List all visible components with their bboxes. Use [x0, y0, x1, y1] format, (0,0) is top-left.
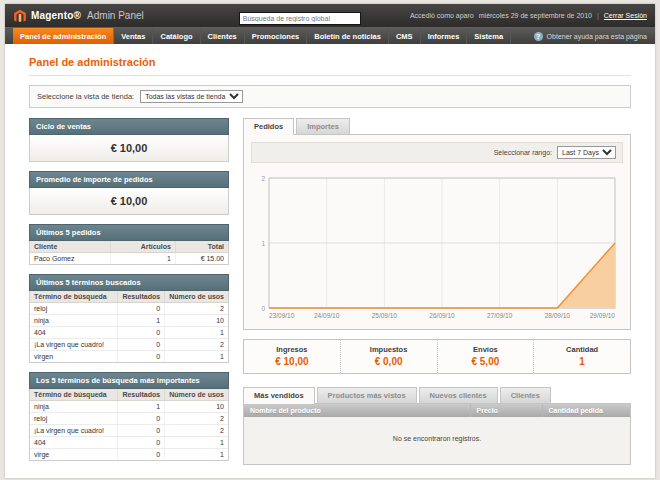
table-cell: ¡La virgen que cuadro! [30, 425, 118, 437]
column-header: Término de búsqueda [30, 389, 118, 401]
total-envios: Envíos € 5,00 [437, 340, 534, 373]
range-select[interactable]: Last 7 Days [557, 146, 616, 159]
nav-item-sistema[interactable]: Sistema [467, 28, 511, 44]
lifetime-sales-title: Ciclo de ventas [29, 118, 229, 135]
last-orders-table-wrap: Cliente Artículos Total Paco Gomez1€ 15.… [29, 241, 229, 265]
table-row[interactable]: 40401 [30, 327, 228, 339]
column-header: Número de usos [165, 291, 228, 303]
total-cantidad: Cantidad 1 [533, 340, 630, 373]
svg-text:28/09/10: 28/09/10 [545, 312, 571, 319]
table-cell: virge [30, 449, 118, 461]
svg-text:26/09/10: 26/09/10 [429, 312, 455, 319]
page-help-link[interactable]: ? Obtener ayuda para esta página [534, 28, 647, 44]
logout-link[interactable]: Cerrar Sesión [604, 12, 647, 19]
table-row[interactable]: 40401 [30, 437, 228, 449]
table-cell: 2 [165, 303, 228, 315]
table-row[interactable]: reloj02 [30, 413, 228, 425]
svg-text:2: 2 [261, 175, 265, 182]
average-orders-panel: Promedio de importe de pedidos € 10,00 [29, 171, 229, 215]
tab-clientes[interactable]: Clientes [500, 387, 551, 403]
header-date: miércoles 29 de septiembre de 2010 [479, 12, 592, 19]
separator: | [597, 12, 599, 19]
svg-text:0: 0 [261, 305, 265, 312]
last-orders-title: Últimos 5 pedidos [29, 224, 229, 241]
lifetime-sales-value: € 10,00 [29, 135, 229, 162]
nav-item-promociones[interactable]: Promociones [245, 28, 308, 44]
table-row[interactable]: ¡La virgen que cuadro!02 [30, 425, 228, 437]
table-cell: 2 [165, 425, 228, 437]
global-search-input[interactable] [239, 12, 361, 25]
help-icon: ? [534, 32, 543, 41]
nav-item-dashboard[interactable]: Panel de administración [13, 28, 114, 44]
brand-suffix: Admin Panel [87, 10, 144, 21]
content-area: Panel de administración Seleccione la vi… [5, 44, 655, 478]
table-row[interactable]: ¡La virgen que cuadro!02 [30, 339, 228, 351]
tab-nuevos-clientes[interactable]: Nuevos clientes [419, 387, 498, 403]
average-orders-value: € 10,00 [29, 188, 229, 215]
total-impuestos: Impuestos € 0,00 [340, 340, 437, 373]
tab-pedidos[interactable]: Pedidos [243, 118, 294, 135]
help-label: Obtener ayuda para esta página [547, 33, 647, 40]
nav-item-ventas[interactable]: Ventas [114, 28, 153, 44]
column-header: Número de usos [165, 389, 228, 401]
table-cell: 1 [165, 351, 228, 363]
table-cell: 404 [30, 437, 118, 449]
totals-bar: Ingresos € 10,00 Impuestos € 0,00 Envíos… [243, 339, 631, 374]
table-cell: 1 [165, 437, 228, 449]
magento-brand: Magento® Admin Panel [13, 9, 144, 23]
table-row[interactable]: virge01 [30, 449, 228, 461]
column-header: Cantidad pedida [542, 404, 630, 417]
table-cell: 1 [111, 253, 176, 265]
table-cell: ¡La virgen que cuadro! [30, 339, 118, 351]
table-cell: 1 [118, 401, 165, 413]
table-header-row: Término de búsqueda Resultados Número de… [30, 389, 228, 401]
top-search-terms-title: Los 5 términos de búsqueda más important… [29, 372, 229, 389]
tab-importes[interactable]: Importes [296, 118, 350, 134]
top-search-table-wrap: Término de búsqueda Resultados Número de… [29, 389, 229, 461]
table-row[interactable]: ninja110 [30, 315, 228, 327]
table-cell: 0 [118, 449, 165, 461]
nav-item-cms[interactable]: CMS [389, 28, 421, 44]
column-header: Nombre del producto [244, 404, 470, 417]
table-row[interactable]: virgen01 [30, 351, 228, 363]
table-cell: 0 [118, 303, 165, 315]
table-cell: 0 [118, 437, 165, 449]
lifetime-sales-panel: Ciclo de ventas € 10,00 [29, 118, 229, 162]
table-cell: 0 [118, 339, 165, 351]
table-cell: 0 [118, 327, 165, 339]
table-row[interactable]: reloj02 [30, 303, 228, 315]
store-view-select[interactable]: Todas las vistas de tienda [140, 90, 243, 103]
right-column: Pedidos Importes Seleccionar rango: Last… [243, 118, 631, 465]
tab-mas-vendidos[interactable]: Más vendidos [243, 387, 315, 404]
table-header-row: Cliente Artículos Total [30, 241, 228, 253]
page-title: Panel de administración [29, 52, 631, 76]
chart-tabs: Pedidos Importes [243, 118, 631, 134]
last-search-terms-title: Últimos 5 términos buscados [29, 274, 229, 291]
table-cell: 1 [118, 315, 165, 327]
svg-text:29/09/10: 29/09/10 [590, 312, 616, 319]
table-row[interactable]: ninja110 [30, 401, 228, 413]
global-search [239, 7, 361, 25]
average-orders-title: Promedio de importe de pedidos [29, 171, 229, 188]
table-cell: 404 [30, 327, 118, 339]
table-cell: 10 [165, 315, 228, 327]
table-cell: 0 [118, 351, 165, 363]
nav-item-boletin[interactable]: Boletín de noticias [307, 28, 389, 44]
bestsellers-table: Nombre del producto Precio Cantidad pedi… [244, 404, 630, 417]
nav-item-informes[interactable]: Informes [421, 28, 468, 44]
left-column: Ciclo de ventas € 10,00 Promedio de impo… [29, 118, 229, 470]
nav-item-clientes[interactable]: Clientes [201, 28, 245, 44]
nav-item-catalogo[interactable]: Catálogo [153, 28, 200, 44]
last-orders-panel: Últimos 5 pedidos Cliente Artículos Tota… [29, 224, 229, 265]
table-row[interactable]: Paco Gomez1€ 15.00 [30, 253, 228, 265]
table-cell: ninja [30, 401, 118, 413]
column-header: Resultados [118, 389, 165, 401]
table-cell: ninja [30, 315, 118, 327]
store-view-switcher: Seleccione la vista de tienda: Todas las… [29, 85, 631, 108]
svg-text:23/09/10: 23/09/10 [269, 312, 295, 319]
main-nav: Panel de administración Ventas Catálogo … [5, 27, 655, 44]
svg-text:24/09/10: 24/09/10 [314, 312, 340, 319]
tab-productos-mas-vistos[interactable]: Productos más vistos [317, 387, 417, 403]
orders-area-chart: 23/09/1024/09/1025/09/1026/09/1027/09/10… [253, 172, 621, 322]
total-value: € 10,00 [244, 356, 340, 367]
